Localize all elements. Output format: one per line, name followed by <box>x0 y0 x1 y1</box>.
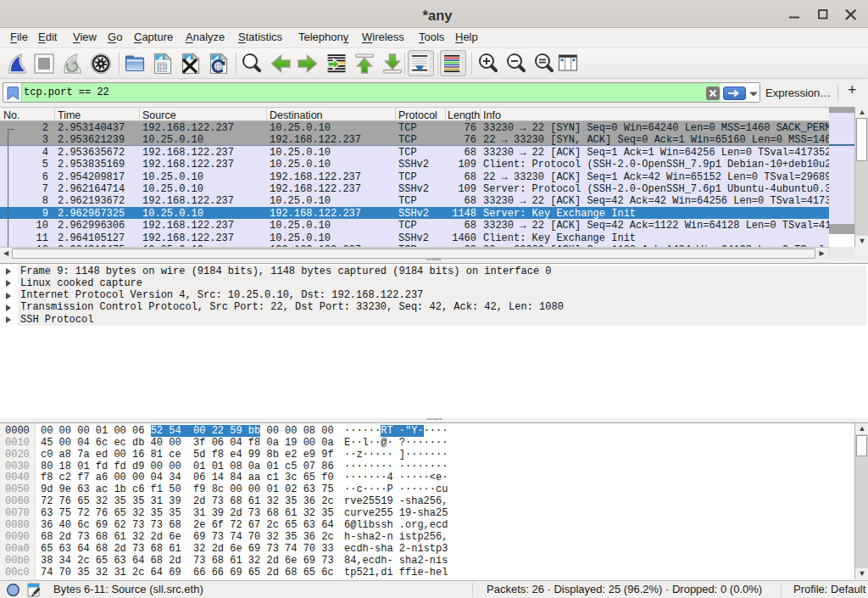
svg-text:0111: 0111 <box>157 69 167 74</box>
